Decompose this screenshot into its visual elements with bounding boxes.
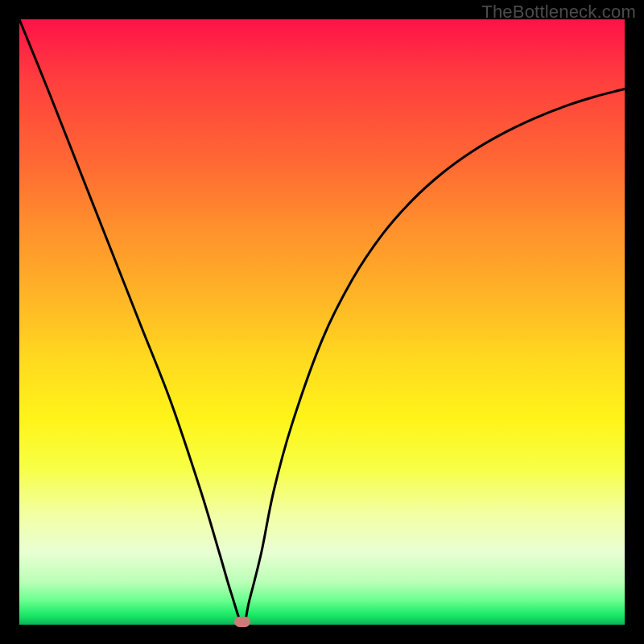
chart-container: TheBottleneck.com	[0, 0, 644, 644]
optimum-marker	[234, 617, 250, 627]
plot-area	[19, 19, 625, 625]
bottleneck-curve	[19, 19, 625, 625]
